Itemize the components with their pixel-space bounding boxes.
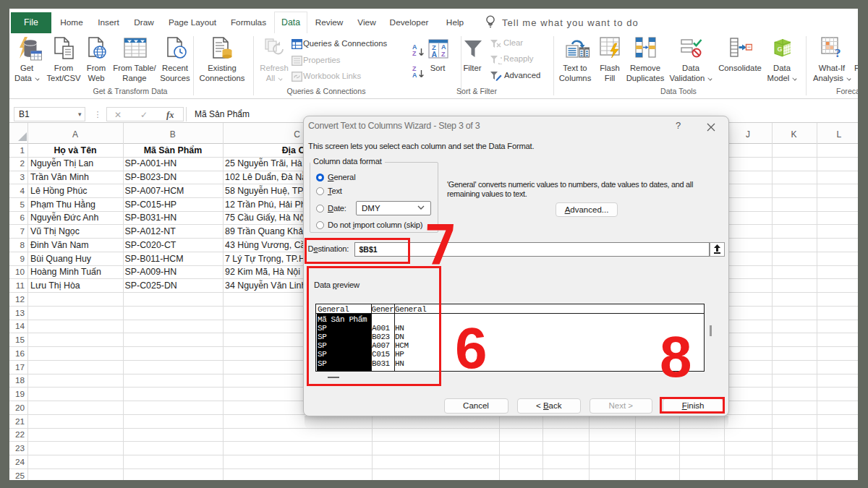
svg-text:G: G bbox=[778, 46, 783, 53]
svg-text:A: A bbox=[412, 72, 417, 78]
svg-text:Z: Z bbox=[441, 51, 446, 58]
svg-text:Z: Z bbox=[412, 50, 417, 56]
svg-text:A: A bbox=[441, 43, 446, 51]
svg-text:?: ? bbox=[835, 46, 841, 59]
svg-text:A: A bbox=[432, 50, 438, 59]
